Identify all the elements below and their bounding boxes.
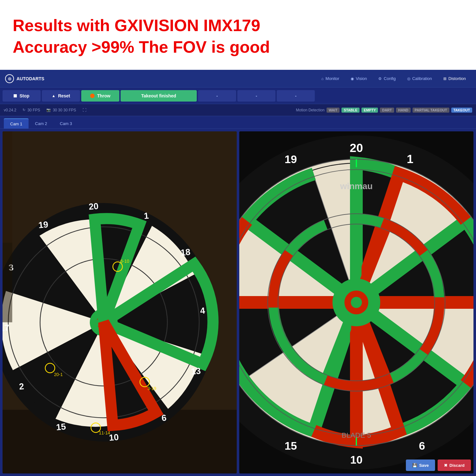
config-icon: ⚙ (378, 76, 382, 81)
cam-tabs: Cam 1 Cam 2 Cam 3 (0, 116, 476, 129)
annotation-line2: Accuracy >99% The FOV is good (13, 36, 463, 58)
svg-text:15: 15 (285, 440, 297, 452)
reset-button[interactable]: ▲ Reset (42, 90, 80, 102)
nav-calibration-label: Calibration (412, 76, 432, 81)
dash1-button[interactable]: - (198, 90, 236, 102)
dash2-label: - (256, 93, 257, 98)
app-container: ◎ AUTODARTS ⌂ Monitor ◉ Vision ⚙ Config … (0, 70, 476, 476)
svg-text:10: 10 (350, 453, 362, 466)
reset-label: Reset (58, 93, 70, 98)
nav-monitor-label: Monitor (326, 76, 339, 81)
reset-icon: ▲ (52, 94, 56, 98)
fps1-text: ↻ 30 FPS (23, 108, 40, 112)
dash1-label: - (216, 93, 218, 98)
discard-icon: ✖ (444, 463, 447, 468)
discard-button[interactable]: ✖ Discard (438, 459, 471, 471)
nav-distortion[interactable]: ⊞ Distortion (438, 74, 471, 83)
svg-text:19: 19 (285, 153, 297, 165)
badge-empty: EMPTY (361, 108, 378, 113)
svg-text:18: 18 (180, 247, 191, 258)
version-label: v0.24.2 (4, 108, 16, 112)
cam-view-right: 20 1 18 4 13 6 10 15 2 17 3 19 winmau (239, 131, 473, 473)
fps1-label: 30 FPS (27, 108, 40, 112)
logo-label: AUTODARTS (17, 76, 44, 81)
badge-hand: HAND (396, 108, 411, 113)
svg-text:2: 2 (19, 381, 24, 391)
fps2-label: 30 30 30 FPS (53, 108, 76, 112)
nav-calibration[interactable]: ◎ Calibration (402, 74, 437, 83)
nav-items: ⌂ Monitor ◉ Vision ⚙ Config ◎ Calibratio… (316, 74, 471, 83)
throw-icon (90, 94, 95, 98)
tab-cam3[interactable]: Cam 3 (54, 118, 78, 129)
save-icon: 💾 (412, 463, 417, 468)
svg-text:6-10: 6-10 (121, 259, 129, 264)
version-text: v0.24.2 (4, 108, 16, 112)
save-label: Save (419, 463, 429, 468)
app-logo: ◎ AUTODARTS (5, 74, 44, 83)
svg-text:19: 19 (38, 219, 49, 230)
badge-wait: WAIT (327, 108, 340, 113)
nav-distortion-label: Distortion (448, 76, 466, 81)
badge-takeout: TAKEOUT (451, 108, 472, 113)
takeout-label: Takeout finished (141, 93, 176, 98)
discard-label: Discard (449, 463, 465, 468)
expand-icon: ⛶ (83, 108, 86, 112)
bottom-actions: 💾 Save ✖ Discard (406, 459, 471, 471)
save-button[interactable]: 💾 Save (406, 459, 435, 471)
dash3-button[interactable]: - (277, 90, 315, 102)
expand-text[interactable]: ⛶ (83, 108, 86, 112)
tab-cam1[interactable]: Cam 1 (4, 118, 29, 129)
stop-label: Stop (19, 93, 29, 98)
calibration-icon: ◎ (407, 76, 410, 81)
tab-cam2-label: Cam 2 (35, 121, 47, 126)
svg-text:1: 1 (407, 152, 413, 166)
statusbar: v0.24.2 ↻ 30 FPS 📷 30 30 30 FPS ⛶ Motion… (0, 104, 476, 116)
svg-text:winmau: winmau (340, 181, 373, 191)
stop-button[interactable]: Stop (3, 90, 41, 102)
svg-text:11-14: 11-14 (99, 431, 110, 435)
svg-text:17: 17 (3, 323, 10, 334)
svg-text:20: 20 (350, 141, 363, 155)
svg-text:BLADE 5: BLADE 5 (342, 431, 371, 439)
distortion-icon: ⊞ (443, 76, 446, 81)
takeout-button[interactable]: Takeout finished (121, 90, 197, 102)
monitor-icon: ⌂ (321, 76, 324, 81)
badge-dart: DART (380, 108, 394, 113)
nav-monitor[interactable]: ⌂ Monitor (316, 74, 345, 83)
svg-text:20: 20 (88, 201, 99, 212)
badge-partial-takeout: PARTIAL TAKEOUT (413, 108, 449, 113)
navbar: ◎ AUTODARTS ⌂ Monitor ◉ Vision ⚙ Config … (0, 70, 476, 88)
dash2-button[interactable]: - (237, 90, 275, 102)
svg-text:6: 6 (419, 440, 425, 452)
fps2-text: 📷 30 30 30 FPS (46, 108, 76, 112)
nav-config[interactable]: ⚙ Config (373, 74, 401, 83)
svg-point-57 (351, 297, 362, 308)
tab-cam2[interactable]: Cam 2 (29, 118, 53, 129)
throw-button[interactable]: Throw (81, 90, 119, 102)
cam-view-left: 20 1 18 4 13 6 10 15 2 17 3 19 winmau 20… (3, 131, 237, 473)
svg-text:3-19: 3-19 (148, 386, 156, 391)
nav-config-label: Config (384, 76, 396, 81)
dash3-label: - (295, 93, 297, 98)
toolbar: Stop ▲ Reset Throw Takeout finished - - … (0, 88, 476, 104)
camera-icon: 📷 (46, 108, 51, 112)
svg-rect-33 (3, 131, 12, 243)
svg-text:1: 1 (143, 211, 149, 221)
camera-views: 20 1 18 4 13 6 10 15 2 17 3 19 winmau 20… (0, 129, 476, 476)
motion-detection: Motion Detection WAIT STABLE EMPTY DART … (296, 108, 472, 113)
badge-stable: STABLE (341, 108, 360, 113)
annotation-line1: Results with GXIVISION IMX179 (13, 15, 463, 36)
motion-detection-label: Motion Detection (296, 108, 325, 112)
vision-icon: ◉ (351, 76, 354, 81)
fps1-icon: ↻ (23, 108, 25, 112)
logo-icon: ◎ (5, 74, 14, 83)
svg-rect-34 (3, 243, 12, 322)
stop-icon (14, 94, 17, 97)
annotation-section: Results with GXIVISION IMX179 Accuracy >… (0, 0, 476, 70)
svg-text:13: 13 (191, 366, 201, 377)
throw-label: Throw (97, 93, 110, 98)
tab-cam3-label: Cam 3 (60, 121, 72, 126)
svg-text:6: 6 (161, 413, 167, 423)
nav-vision[interactable]: ◉ Vision (346, 74, 372, 83)
svg-text:15: 15 (56, 421, 66, 432)
